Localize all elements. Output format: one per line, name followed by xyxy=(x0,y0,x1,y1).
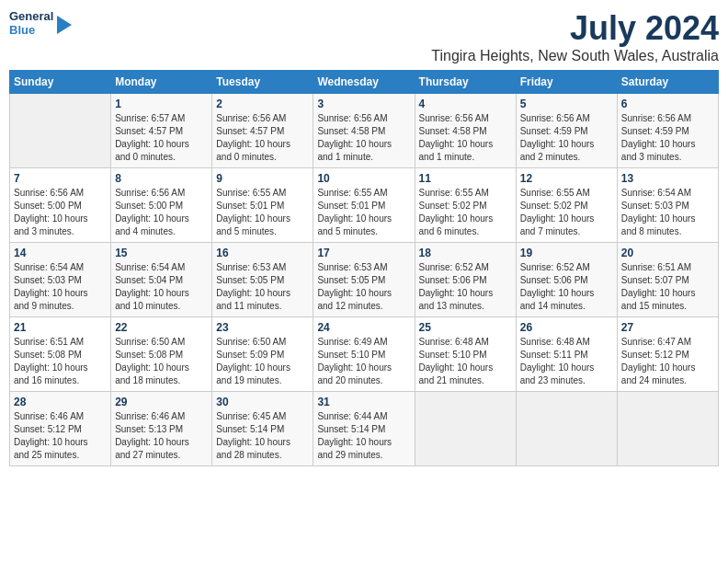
day-info: Sunrise: 6:53 AM Sunset: 5:05 PM Dayligh… xyxy=(317,261,410,313)
calendar-week-3: 14Sunrise: 6:54 AM Sunset: 5:03 PM Dayli… xyxy=(10,243,719,317)
day-header-thursday: Thursday xyxy=(415,71,516,94)
calendar-cell: 28Sunrise: 6:46 AM Sunset: 5:12 PM Dayli… xyxy=(10,392,111,466)
calendar-week-2: 7Sunrise: 6:56 AM Sunset: 5:00 PM Daylig… xyxy=(10,168,719,243)
day-header-tuesday: Tuesday xyxy=(212,71,313,94)
day-info: Sunrise: 6:56 AM Sunset: 4:57 PM Dayligh… xyxy=(216,112,309,164)
day-number: 17 xyxy=(317,247,410,259)
calendar-cell: 29Sunrise: 6:46 AM Sunset: 5:13 PM Dayli… xyxy=(111,392,212,466)
calendar-title: July 2024 xyxy=(431,9,719,48)
calendar-cell: 7Sunrise: 6:56 AM Sunset: 5:00 PM Daylig… xyxy=(10,168,111,243)
calendar-cell: 26Sunrise: 6:48 AM Sunset: 5:11 PM Dayli… xyxy=(516,317,617,392)
day-number: 22 xyxy=(115,321,208,334)
day-info: Sunrise: 6:55 AM Sunset: 5:02 PM Dayligh… xyxy=(419,187,512,238)
day-number: 2 xyxy=(216,98,309,110)
calendar-cell: 20Sunrise: 6:51 AM Sunset: 5:07 PM Dayli… xyxy=(617,243,718,317)
day-number: 8 xyxy=(115,172,208,185)
day-number: 21 xyxy=(14,321,107,334)
day-info: Sunrise: 6:56 AM Sunset: 5:00 PM Dayligh… xyxy=(115,187,208,238)
calendar-cell xyxy=(516,392,617,466)
day-info: Sunrise: 6:46 AM Sunset: 5:13 PM Dayligh… xyxy=(115,410,208,462)
day-number: 24 xyxy=(317,321,410,334)
calendar-cell: 9Sunrise: 6:55 AM Sunset: 5:01 PM Daylig… xyxy=(212,168,313,243)
day-header-saturday: Saturday xyxy=(617,71,718,94)
day-header-friday: Friday xyxy=(516,71,617,94)
logo-general: General xyxy=(9,9,53,23)
day-number: 29 xyxy=(115,396,208,408)
calendar-header-row: SundayMondayTuesdayWednesdayThursdayFrid… xyxy=(10,71,719,94)
day-number: 7 xyxy=(14,172,107,185)
calendar-cell: 4Sunrise: 6:56 AM Sunset: 4:58 PM Daylig… xyxy=(415,94,516,168)
calendar-cell: 2Sunrise: 6:56 AM Sunset: 4:57 PM Daylig… xyxy=(212,94,313,168)
day-info: Sunrise: 6:48 AM Sunset: 5:10 PM Dayligh… xyxy=(419,336,512,387)
calendar-cell: 13Sunrise: 6:54 AM Sunset: 5:03 PM Dayli… xyxy=(617,168,718,243)
day-info: Sunrise: 6:53 AM Sunset: 5:05 PM Dayligh… xyxy=(216,261,309,313)
calendar-week-5: 28Sunrise: 6:46 AM Sunset: 5:12 PM Dayli… xyxy=(10,392,719,466)
calendar-cell: 31Sunrise: 6:44 AM Sunset: 5:14 PM Dayli… xyxy=(313,392,415,466)
location-subtitle: Tingira Heights, New South Wales, Austra… xyxy=(431,48,719,64)
day-info: Sunrise: 6:45 AM Sunset: 5:14 PM Dayligh… xyxy=(216,410,309,462)
day-info: Sunrise: 6:56 AM Sunset: 4:58 PM Dayligh… xyxy=(317,112,410,164)
calendar-cell: 1Sunrise: 6:57 AM Sunset: 4:57 PM Daylig… xyxy=(111,94,212,168)
calendar-cell: 14Sunrise: 6:54 AM Sunset: 5:03 PM Dayli… xyxy=(10,243,111,317)
day-number: 28 xyxy=(14,396,107,408)
day-info: Sunrise: 6:52 AM Sunset: 5:06 PM Dayligh… xyxy=(419,261,512,313)
day-number: 18 xyxy=(419,247,512,259)
day-info: Sunrise: 6:51 AM Sunset: 5:07 PM Dayligh… xyxy=(621,261,714,313)
day-number: 27 xyxy=(621,321,714,334)
calendar-table: SundayMondayTuesdayWednesdayThursdayFrid… xyxy=(9,70,719,466)
day-number: 15 xyxy=(115,247,208,259)
calendar-cell: 10Sunrise: 6:55 AM Sunset: 5:01 PM Dayli… xyxy=(313,168,415,243)
day-number: 26 xyxy=(520,321,613,334)
day-number: 23 xyxy=(216,321,309,334)
calendar-cell: 18Sunrise: 6:52 AM Sunset: 5:06 PM Dayli… xyxy=(415,243,516,317)
calendar-week-4: 21Sunrise: 6:51 AM Sunset: 5:08 PM Dayli… xyxy=(10,317,719,392)
logo: General Blue xyxy=(9,9,72,37)
calendar-cell: 23Sunrise: 6:50 AM Sunset: 5:09 PM Dayli… xyxy=(212,317,313,392)
day-number: 12 xyxy=(520,172,613,185)
day-info: Sunrise: 6:52 AM Sunset: 5:06 PM Dayligh… xyxy=(520,261,613,313)
calendar-cell: 5Sunrise: 6:56 AM Sunset: 4:59 PM Daylig… xyxy=(516,94,617,168)
day-number: 13 xyxy=(621,172,714,185)
logo-text: General Blue xyxy=(9,9,53,37)
calendar-cell: 24Sunrise: 6:49 AM Sunset: 5:10 PM Dayli… xyxy=(313,317,415,392)
calendar-cell xyxy=(10,94,111,168)
day-info: Sunrise: 6:50 AM Sunset: 5:08 PM Dayligh… xyxy=(115,336,208,387)
logo-blue: Blue xyxy=(9,23,53,37)
calendar-cell: 8Sunrise: 6:56 AM Sunset: 5:00 PM Daylig… xyxy=(111,168,212,243)
title-block: July 2024 Tingira Heights, New South Wal… xyxy=(431,9,719,64)
day-info: Sunrise: 6:46 AM Sunset: 5:12 PM Dayligh… xyxy=(14,410,107,462)
day-number: 19 xyxy=(520,247,613,259)
calendar-cell: 3Sunrise: 6:56 AM Sunset: 4:58 PM Daylig… xyxy=(313,94,415,168)
day-info: Sunrise: 6:57 AM Sunset: 4:57 PM Dayligh… xyxy=(115,112,208,164)
calendar-cell: 19Sunrise: 6:52 AM Sunset: 5:06 PM Dayli… xyxy=(516,243,617,317)
calendar-cell: 30Sunrise: 6:45 AM Sunset: 5:14 PM Dayli… xyxy=(212,392,313,466)
day-number: 16 xyxy=(216,247,309,259)
day-info: Sunrise: 6:56 AM Sunset: 4:59 PM Dayligh… xyxy=(621,112,714,164)
calendar-cell xyxy=(415,392,516,466)
calendar-cell xyxy=(617,392,718,466)
day-info: Sunrise: 6:49 AM Sunset: 5:10 PM Dayligh… xyxy=(317,336,410,387)
calendar-cell: 12Sunrise: 6:55 AM Sunset: 5:02 PM Dayli… xyxy=(516,168,617,243)
day-number: 30 xyxy=(216,396,309,408)
day-header-wednesday: Wednesday xyxy=(313,71,415,94)
day-number: 20 xyxy=(621,247,714,259)
day-info: Sunrise: 6:55 AM Sunset: 5:01 PM Dayligh… xyxy=(216,187,309,238)
day-info: Sunrise: 6:48 AM Sunset: 5:11 PM Dayligh… xyxy=(520,336,613,387)
day-number: 1 xyxy=(115,98,208,110)
day-number: 3 xyxy=(317,98,410,110)
day-number: 10 xyxy=(317,172,410,185)
calendar-cell: 15Sunrise: 6:54 AM Sunset: 5:04 PM Dayli… xyxy=(111,243,212,317)
logo-arrow-icon xyxy=(57,16,72,34)
day-number: 31 xyxy=(317,396,410,408)
day-info: Sunrise: 6:54 AM Sunset: 5:04 PM Dayligh… xyxy=(115,261,208,313)
day-info: Sunrise: 6:55 AM Sunset: 5:01 PM Dayligh… xyxy=(317,187,410,238)
day-number: 14 xyxy=(14,247,107,259)
day-number: 9 xyxy=(216,172,309,185)
calendar-week-1: 1Sunrise: 6:57 AM Sunset: 4:57 PM Daylig… xyxy=(10,94,719,168)
calendar-cell: 22Sunrise: 6:50 AM Sunset: 5:08 PM Dayli… xyxy=(111,317,212,392)
day-info: Sunrise: 6:56 AM Sunset: 5:00 PM Dayligh… xyxy=(14,187,107,238)
day-info: Sunrise: 6:44 AM Sunset: 5:14 PM Dayligh… xyxy=(317,410,410,462)
day-number: 5 xyxy=(520,98,613,110)
day-info: Sunrise: 6:54 AM Sunset: 5:03 PM Dayligh… xyxy=(621,187,714,238)
calendar-cell: 16Sunrise: 6:53 AM Sunset: 5:05 PM Dayli… xyxy=(212,243,313,317)
